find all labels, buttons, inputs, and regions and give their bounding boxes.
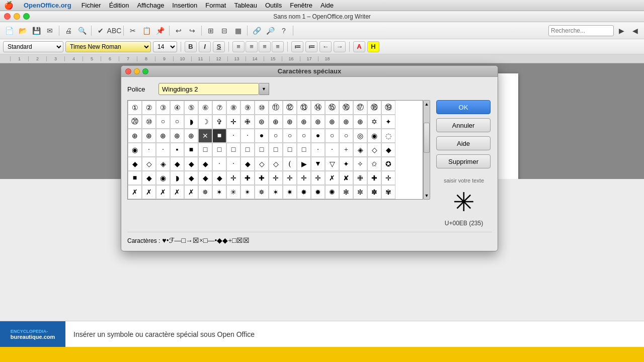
undo-button[interactable]: ↩ xyxy=(173,25,185,37)
char-cell[interactable]: ○ xyxy=(297,129,311,143)
font-color-button[interactable]: A xyxy=(353,41,365,52)
char-cell[interactable]: ⊕ xyxy=(297,115,311,129)
char-cell[interactable]: ✛ xyxy=(311,171,325,185)
char-cell[interactable]: ✽ xyxy=(367,185,381,199)
menu-tableau[interactable]: Tableau xyxy=(230,0,261,11)
num-list-button[interactable]: ≔ xyxy=(305,41,317,52)
char-cell[interactable]: · xyxy=(325,143,339,157)
font-name-select[interactable]: Times New Roman xyxy=(65,41,151,52)
char-cell[interactable]: ○ xyxy=(156,115,170,129)
char-cell[interactable]: ✵ xyxy=(198,185,212,199)
char-cell[interactable]: ④ xyxy=(170,101,184,115)
search-input[interactable] xyxy=(548,25,614,36)
char-cell[interactable]: ⊕ xyxy=(156,129,170,143)
char-cell[interactable]: ✶ xyxy=(212,185,226,199)
menu-aide[interactable]: Aide xyxy=(316,0,338,11)
char-cell[interactable]: ✛ xyxy=(381,171,395,185)
underline-button[interactable]: S xyxy=(213,41,225,52)
char-cell[interactable]: ◆ xyxy=(240,157,255,171)
char-cell[interactable]: ✚ xyxy=(240,171,255,185)
char-cell[interactable]: ◆ xyxy=(381,143,395,157)
preview-button[interactable]: 🔍 xyxy=(76,25,88,37)
char-cell[interactable]: ◗ xyxy=(170,171,184,185)
char-cell[interactable]: ◇ xyxy=(255,157,269,171)
char-cell[interactable]: ✼ xyxy=(353,185,367,199)
cancel-button[interactable]: Annuler xyxy=(436,118,491,132)
char-cell[interactable]: ✸ xyxy=(297,185,311,199)
char-cell[interactable]: ( xyxy=(283,157,297,171)
new-button[interactable]: 📄 xyxy=(3,25,15,37)
char-cell[interactable]: ◈ xyxy=(353,143,367,157)
char-cell[interactable]: ✗ xyxy=(325,171,339,185)
spell2-button[interactable]: ABC xyxy=(108,25,120,37)
char-cell[interactable]: ▼ xyxy=(311,157,325,171)
char-cell[interactable]: ⊕ xyxy=(325,115,339,129)
char-cell[interactable]: ✶ xyxy=(269,185,283,199)
scroll-down-button[interactable]: ▼ xyxy=(424,192,430,199)
char-cell[interactable]: ⊛ xyxy=(255,115,269,129)
char-cell-selected[interactable]: ✕ xyxy=(198,129,212,143)
char-cell[interactable]: ○ xyxy=(283,129,297,143)
char-cell[interactable]: ⑧ xyxy=(226,101,240,115)
char-cell[interactable]: + xyxy=(339,143,353,157)
char-cell[interactable]: ③ xyxy=(156,101,170,115)
char-cell[interactable]: ⑯ xyxy=(339,101,353,115)
menu-affichage[interactable]: Affichage xyxy=(133,0,168,11)
char-cell[interactable]: ▶ xyxy=(297,157,311,171)
char-cell[interactable]: ⑮ xyxy=(325,101,339,115)
char-cell[interactable]: ⑨ xyxy=(240,101,255,115)
save-button[interactable]: 💾 xyxy=(30,25,42,37)
table-button[interactable]: ⊟ xyxy=(218,25,230,37)
char-cell[interactable]: ✳ xyxy=(226,185,240,199)
char-cell[interactable]: ⑥ xyxy=(198,101,212,115)
maximize-button[interactable] xyxy=(23,13,30,20)
char-cell[interactable]: ○ xyxy=(339,129,353,143)
police-input[interactable] xyxy=(158,83,259,95)
char-cell[interactable]: ✾ xyxy=(381,185,395,199)
list-button[interactable]: ≔ xyxy=(291,41,303,52)
char-cell[interactable]: ⑫ xyxy=(283,101,297,115)
menu-format[interactable]: Format xyxy=(201,0,230,11)
char-cell[interactable]: ⑲ xyxy=(381,101,395,115)
char-cell[interactable]: ■ xyxy=(128,171,142,185)
delete-button[interactable]: Supprimer xyxy=(436,154,491,168)
char-cell[interactable]: ⑩ xyxy=(142,115,156,129)
char-cell[interactable]: ● xyxy=(311,129,325,143)
indent-dec-button[interactable]: ← xyxy=(319,41,332,52)
grid-scrollbar[interactable]: ▲ ▼ xyxy=(423,100,430,200)
char-cell[interactable]: ⑪ xyxy=(269,101,283,115)
char-cell[interactable]: ◆ xyxy=(184,157,198,171)
char-cell[interactable]: ✡ xyxy=(367,115,381,129)
char-cell[interactable]: ✞ xyxy=(212,115,226,129)
char-cell[interactable]: ■ xyxy=(184,143,198,157)
char-cell[interactable]: ◉ xyxy=(128,143,142,157)
char-cell[interactable]: ⊕ xyxy=(353,115,367,129)
char-cell[interactable]: ⊕ xyxy=(283,115,297,129)
ok-button[interactable]: OK xyxy=(436,100,491,114)
char-cell[interactable]: ✵ xyxy=(255,185,269,199)
char-cell[interactable]: ✛ xyxy=(297,171,311,185)
help-button[interactable]: ? xyxy=(278,25,290,37)
char-cell[interactable]: ◗ xyxy=(184,115,198,129)
char-cell[interactable]: ◉ xyxy=(367,129,381,143)
char-cell[interactable]: □ xyxy=(240,143,255,157)
char-cell[interactable]: ◆ xyxy=(128,157,142,171)
print-button[interactable]: 🖨 xyxy=(62,25,74,37)
char-cell[interactable]: ⑰ xyxy=(353,101,367,115)
frame-button[interactable]: ▦ xyxy=(232,25,244,37)
insert-button[interactable]: ⊞ xyxy=(205,25,217,37)
char-cell[interactable]: ✙ xyxy=(353,171,367,185)
police-dropdown-button[interactable]: ▼ xyxy=(259,83,269,95)
char-cell[interactable]: ⊕ xyxy=(128,129,142,143)
char-cell[interactable]: ⊕ xyxy=(142,129,156,143)
spell-button[interactable]: ✔ xyxy=(95,25,107,37)
char-cell[interactable]: · xyxy=(240,129,255,143)
char-cell[interactable]: ◇ xyxy=(142,157,156,171)
char-cell[interactable]: ◆ xyxy=(198,171,212,185)
menu-outils[interactable]: Outils xyxy=(261,0,286,11)
char-cell[interactable]: · xyxy=(226,129,240,143)
char-cell[interactable]: ■ xyxy=(212,129,226,143)
char-cell[interactable]: ✩ xyxy=(367,157,381,171)
char-cell[interactable]: ⑦ xyxy=(212,101,226,115)
char-cell[interactable]: ⑭ xyxy=(311,101,325,115)
